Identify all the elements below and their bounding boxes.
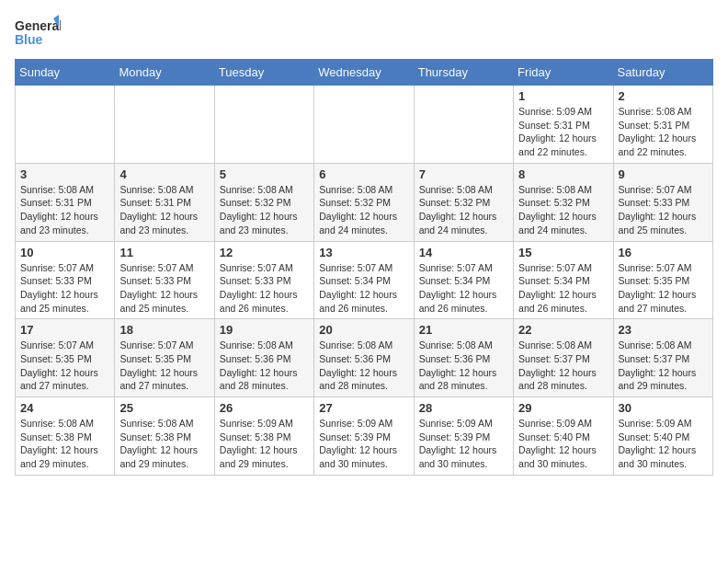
day-info: Sunrise: 5:08 AM Sunset: 5:38 PM Dayligh…	[119, 417, 209, 471]
calendar-cell: 18Sunrise: 5:07 AM Sunset: 5:35 PM Dayli…	[115, 319, 214, 397]
calendar-week-4: 17Sunrise: 5:07 AM Sunset: 5:35 PM Dayli…	[16, 319, 713, 397]
calendar-cell: 20Sunrise: 5:08 AM Sunset: 5:36 PM Dayli…	[314, 319, 414, 397]
day-info: Sunrise: 5:08 AM Sunset: 5:36 PM Dayligh…	[319, 339, 408, 393]
day-number: 8	[518, 167, 608, 181]
calendar-cell: 22Sunrise: 5:08 AM Sunset: 5:37 PM Dayli…	[514, 319, 613, 397]
day-number: 23	[619, 323, 708, 337]
day-info: Sunrise: 5:07 AM Sunset: 5:34 PM Dayligh…	[419, 261, 508, 316]
calendar-cell: 30Sunrise: 5:09 AM Sunset: 5:40 PM Dayli…	[613, 397, 712, 476]
calendar-cell: 12Sunrise: 5:07 AM Sunset: 5:33 PM Dayli…	[214, 241, 313, 319]
day-number: 20	[319, 323, 408, 337]
calendar-header-thursday: Thursday	[414, 60, 513, 86]
page-header: General Blue	[15, 15, 713, 52]
day-number: 28	[419, 401, 508, 415]
calendar-cell: 15Sunrise: 5:07 AM Sunset: 5:34 PM Dayli…	[514, 241, 613, 319]
day-number: 17	[20, 323, 109, 337]
calendar-cell	[16, 86, 115, 164]
day-number: 19	[220, 323, 309, 337]
day-number: 13	[319, 246, 408, 259]
day-number: 24	[20, 401, 109, 415]
day-number: 18	[119, 323, 209, 337]
calendar-cell: 29Sunrise: 5:09 AM Sunset: 5:40 PM Dayli…	[514, 397, 613, 476]
calendar-cell	[314, 86, 414, 164]
day-info: Sunrise: 5:09 AM Sunset: 5:39 PM Dayligh…	[419, 417, 508, 471]
calendar-header-monday: Monday	[115, 60, 214, 86]
calendar-cell: 16Sunrise: 5:07 AM Sunset: 5:35 PM Dayli…	[613, 241, 712, 319]
day-number: 12	[220, 246, 309, 259]
day-info: Sunrise: 5:08 AM Sunset: 5:37 PM Dayligh…	[619, 339, 708, 393]
calendar-cell: 28Sunrise: 5:09 AM Sunset: 5:39 PM Dayli…	[414, 397, 513, 476]
calendar-cell: 24Sunrise: 5:08 AM Sunset: 5:38 PM Dayli…	[16, 397, 115, 476]
day-info: Sunrise: 5:08 AM Sunset: 5:38 PM Dayligh…	[20, 417, 109, 471]
day-number: 22	[518, 323, 608, 337]
day-info: Sunrise: 5:07 AM Sunset: 5:34 PM Dayligh…	[319, 261, 408, 316]
day-info: Sunrise: 5:08 AM Sunset: 5:31 PM Dayligh…	[619, 105, 708, 159]
calendar-cell: 19Sunrise: 5:08 AM Sunset: 5:36 PM Dayli…	[214, 319, 313, 397]
calendar-cell: 13Sunrise: 5:07 AM Sunset: 5:34 PM Dayli…	[314, 241, 414, 319]
calendar-cell: 3Sunrise: 5:08 AM Sunset: 5:31 PM Daylig…	[16, 163, 115, 241]
day-number: 27	[319, 401, 408, 415]
calendar-cell: 25Sunrise: 5:08 AM Sunset: 5:38 PM Dayli…	[115, 397, 214, 476]
calendar-cell	[214, 86, 313, 164]
calendar-cell: 4Sunrise: 5:08 AM Sunset: 5:31 PM Daylig…	[115, 163, 214, 241]
calendar-cell: 27Sunrise: 5:09 AM Sunset: 5:39 PM Dayli…	[314, 397, 414, 476]
calendar-week-5: 24Sunrise: 5:08 AM Sunset: 5:38 PM Dayli…	[16, 397, 713, 476]
day-info: Sunrise: 5:08 AM Sunset: 5:32 PM Dayligh…	[220, 183, 309, 237]
calendar-week-3: 10Sunrise: 5:07 AM Sunset: 5:33 PM Dayli…	[16, 241, 713, 319]
day-info: Sunrise: 5:08 AM Sunset: 5:32 PM Dayligh…	[419, 183, 508, 237]
calendar-week-2: 3Sunrise: 5:08 AM Sunset: 5:31 PM Daylig…	[16, 163, 713, 241]
day-info: Sunrise: 5:08 AM Sunset: 5:36 PM Dayligh…	[419, 339, 508, 393]
calendar-week-1: 1Sunrise: 5:09 AM Sunset: 5:31 PM Daylig…	[16, 86, 713, 164]
day-info: Sunrise: 5:07 AM Sunset: 5:35 PM Dayligh…	[119, 339, 209, 393]
day-info: Sunrise: 5:07 AM Sunset: 5:33 PM Dayligh…	[220, 261, 309, 316]
day-info: Sunrise: 5:07 AM Sunset: 5:35 PM Dayligh…	[619, 261, 708, 316]
calendar-cell: 1Sunrise: 5:09 AM Sunset: 5:31 PM Daylig…	[514, 86, 613, 164]
day-number: 30	[619, 401, 708, 415]
calendar-cell: 14Sunrise: 5:07 AM Sunset: 5:34 PM Dayli…	[414, 241, 513, 319]
day-number: 3	[20, 167, 109, 181]
day-number: 26	[220, 401, 309, 415]
day-number: 25	[119, 401, 209, 415]
day-info: Sunrise: 5:09 AM Sunset: 5:38 PM Dayligh…	[220, 417, 309, 471]
day-info: Sunrise: 5:07 AM Sunset: 5:33 PM Dayligh…	[119, 261, 209, 316]
calendar-cell: 6Sunrise: 5:08 AM Sunset: 5:32 PM Daylig…	[314, 163, 414, 241]
day-info: Sunrise: 5:07 AM Sunset: 5:33 PM Dayligh…	[20, 261, 109, 316]
day-number: 14	[419, 246, 508, 259]
calendar-cell: 26Sunrise: 5:09 AM Sunset: 5:38 PM Dayli…	[214, 397, 313, 476]
svg-text:Blue: Blue	[15, 32, 43, 47]
calendar-header-sunday: Sunday	[16, 60, 115, 86]
day-number: 1	[518, 89, 608, 103]
day-info: Sunrise: 5:08 AM Sunset: 5:31 PM Dayligh…	[20, 183, 109, 237]
day-info: Sunrise: 5:09 AM Sunset: 5:39 PM Dayligh…	[319, 417, 408, 471]
day-info: Sunrise: 5:09 AM Sunset: 5:40 PM Dayligh…	[619, 417, 708, 471]
calendar-header-friday: Friday	[514, 60, 613, 86]
day-number: 5	[220, 167, 309, 181]
calendar-cell: 17Sunrise: 5:07 AM Sunset: 5:35 PM Dayli…	[16, 319, 115, 397]
day-info: Sunrise: 5:07 AM Sunset: 5:35 PM Dayligh…	[20, 339, 109, 393]
calendar-header-row: SundayMondayTuesdayWednesdayThursdayFrid…	[16, 60, 713, 86]
calendar-header-saturday: Saturday	[613, 60, 712, 86]
day-number: 11	[119, 246, 209, 259]
calendar-header-wednesday: Wednesday	[314, 60, 414, 86]
day-number: 7	[419, 167, 508, 181]
day-info: Sunrise: 5:08 AM Sunset: 5:37 PM Dayligh…	[518, 339, 608, 393]
day-number: 10	[20, 246, 109, 259]
svg-text:General: General	[15, 18, 61, 33]
calendar-cell: 23Sunrise: 5:08 AM Sunset: 5:37 PM Dayli…	[613, 319, 712, 397]
day-info: Sunrise: 5:07 AM Sunset: 5:33 PM Dayligh…	[619, 183, 708, 237]
calendar-cell: 2Sunrise: 5:08 AM Sunset: 5:31 PM Daylig…	[613, 86, 712, 164]
calendar-cell: 11Sunrise: 5:07 AM Sunset: 5:33 PM Dayli…	[115, 241, 214, 319]
day-number: 4	[119, 167, 209, 181]
calendar-cell: 21Sunrise: 5:08 AM Sunset: 5:36 PM Dayli…	[414, 319, 513, 397]
calendar-cell	[414, 86, 513, 164]
calendar-cell: 8Sunrise: 5:08 AM Sunset: 5:32 PM Daylig…	[514, 163, 613, 241]
logo: General Blue	[15, 15, 61, 52]
day-number: 21	[419, 323, 508, 337]
day-info: Sunrise: 5:08 AM Sunset: 5:32 PM Dayligh…	[518, 183, 608, 237]
day-info: Sunrise: 5:08 AM Sunset: 5:32 PM Dayligh…	[319, 183, 408, 237]
day-info: Sunrise: 5:07 AM Sunset: 5:34 PM Dayligh…	[518, 261, 608, 316]
calendar-cell: 9Sunrise: 5:07 AM Sunset: 5:33 PM Daylig…	[613, 163, 712, 241]
calendar-body: 1Sunrise: 5:09 AM Sunset: 5:31 PM Daylig…	[16, 86, 713, 476]
day-info: Sunrise: 5:09 AM Sunset: 5:40 PM Dayligh…	[518, 417, 608, 471]
day-number: 6	[319, 167, 408, 181]
